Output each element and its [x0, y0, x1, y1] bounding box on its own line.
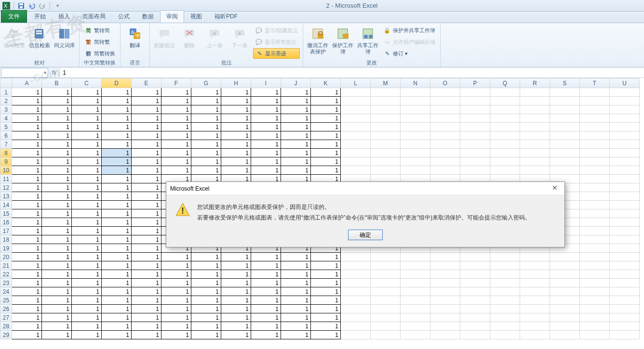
cell[interactable]: 1: [102, 97, 132, 105]
row-header[interactable]: 5: [0, 123, 12, 131]
cell[interactable]: 1: [251, 296, 281, 305]
cell[interactable]: [430, 97, 460, 105]
cell[interactable]: 1: [281, 279, 311, 287]
cell[interactable]: [460, 261, 490, 270]
cell[interactable]: 1: [12, 270, 42, 279]
cell[interactable]: 1: [72, 305, 102, 313]
spelling-button[interactable]: 字✓ 拼写检查: [3, 25, 26, 59]
cell[interactable]: 1: [132, 175, 161, 183]
cell[interactable]: 1: [221, 296, 251, 305]
column-header[interactable]: S: [550, 78, 580, 88]
cell[interactable]: [430, 114, 460, 123]
cell[interactable]: [341, 331, 371, 339]
cell[interactable]: 1: [12, 296, 42, 305]
cell[interactable]: [610, 331, 640, 339]
cell[interactable]: 1: [191, 123, 221, 131]
cell[interactable]: [460, 88, 490, 97]
cell[interactable]: [371, 105, 401, 114]
cell[interactable]: [371, 114, 401, 123]
cell[interactable]: [460, 97, 490, 105]
translate-button[interactable]: a中 翻译: [123, 25, 147, 59]
cell[interactable]: 1: [191, 157, 221, 166]
cell[interactable]: [580, 253, 610, 261]
cell[interactable]: [580, 140, 610, 149]
cell[interactable]: [550, 296, 580, 305]
cell[interactable]: 1: [281, 322, 311, 331]
cell[interactable]: [520, 149, 550, 157]
cell[interactable]: 1: [102, 105, 132, 114]
cell[interactable]: 1: [132, 114, 161, 123]
row-header[interactable]: 27: [0, 313, 12, 322]
cell[interactable]: [401, 331, 430, 339]
cell[interactable]: 1: [281, 261, 311, 270]
cell[interactable]: [610, 140, 640, 149]
cell[interactable]: 1: [161, 105, 191, 114]
cell[interactable]: 1: [12, 183, 42, 192]
select-all-corner[interactable]: [0, 78, 12, 88]
column-header[interactable]: H: [221, 78, 251, 88]
cell[interactable]: 1: [251, 313, 281, 322]
show-hide-comment-button[interactable]: 💬显示/隐藏批注: [253, 25, 300, 36]
column-header[interactable]: I: [251, 78, 281, 88]
cell[interactable]: 1: [311, 331, 341, 339]
cell[interactable]: 1: [311, 149, 341, 157]
cell[interactable]: 1: [221, 261, 251, 270]
cell[interactable]: 1: [191, 105, 221, 114]
cell[interactable]: [520, 331, 550, 339]
cell[interactable]: [580, 322, 610, 331]
cell[interactable]: 1: [72, 201, 102, 209]
row-header[interactable]: 1: [0, 88, 12, 97]
cell[interactable]: 1: [42, 261, 72, 270]
cell[interactable]: 1: [72, 261, 102, 270]
cell[interactable]: [430, 261, 460, 270]
cell[interactable]: [550, 270, 580, 279]
cell[interactable]: [341, 157, 371, 166]
cell[interactable]: [401, 131, 430, 140]
cell[interactable]: [490, 105, 520, 114]
cell[interactable]: 1: [72, 287, 102, 296]
cell[interactable]: [341, 97, 371, 105]
cell[interactable]: [401, 296, 430, 305]
cell[interactable]: 1: [42, 123, 72, 131]
cell[interactable]: 1: [72, 114, 102, 123]
cell[interactable]: 1: [102, 331, 132, 339]
column-header[interactable]: E: [132, 78, 161, 88]
cell[interactable]: [430, 253, 460, 261]
row-header[interactable]: 26: [0, 305, 12, 313]
show-all-comments-button[interactable]: 💬显示所有批注: [253, 37, 300, 47]
formula-input[interactable]: [59, 68, 644, 78]
cell[interactable]: 1: [102, 209, 132, 218]
cell[interactable]: [520, 123, 550, 131]
cell[interactable]: 1: [221, 270, 251, 279]
cell[interactable]: [401, 279, 430, 287]
cell[interactable]: [460, 270, 490, 279]
cell[interactable]: [401, 114, 430, 123]
cell[interactable]: 1: [311, 253, 341, 261]
cell[interactable]: 1: [251, 123, 281, 131]
cell[interactable]: 1: [72, 166, 102, 175]
thesaurus-button[interactable]: 同义词库: [53, 25, 76, 59]
cell[interactable]: [550, 123, 580, 131]
column-header[interactable]: K: [311, 78, 341, 88]
cell[interactable]: 1: [251, 166, 281, 175]
cell[interactable]: 1: [42, 209, 72, 218]
cell[interactable]: 1: [12, 175, 42, 183]
cell[interactable]: 1: [102, 149, 132, 157]
cell[interactable]: 1: [72, 131, 102, 140]
undo-icon[interactable]: [27, 1, 36, 10]
cell[interactable]: 1: [102, 279, 132, 287]
cell[interactable]: [610, 123, 640, 131]
share-workbook-button[interactable]: 共享工作簿: [356, 25, 379, 59]
cell[interactable]: 1: [281, 149, 311, 157]
cell[interactable]: [550, 131, 580, 140]
cell[interactable]: 1: [72, 140, 102, 149]
cell[interactable]: 1: [12, 157, 42, 166]
cell[interactable]: [610, 305, 640, 313]
cell[interactable]: [401, 313, 430, 322]
cell[interactable]: [580, 331, 610, 339]
cell[interactable]: [610, 114, 640, 123]
cell[interactable]: [580, 244, 610, 253]
cell[interactable]: 1: [161, 279, 191, 287]
cell[interactable]: 1: [161, 305, 191, 313]
cell[interactable]: 1: [42, 140, 72, 149]
